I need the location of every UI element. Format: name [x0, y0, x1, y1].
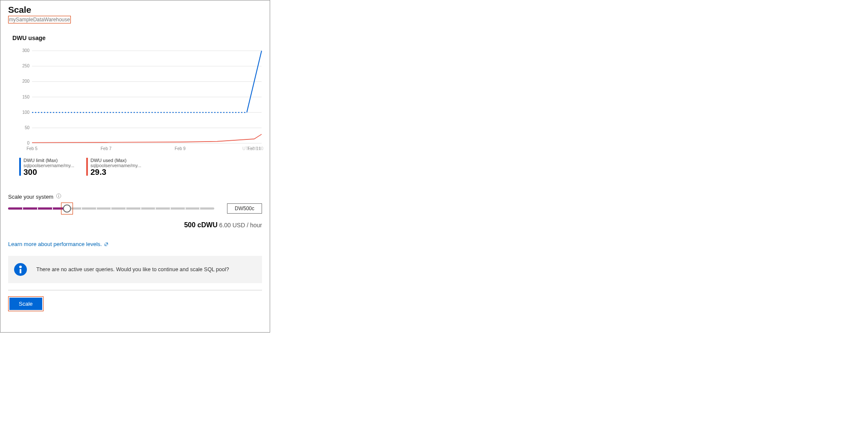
svg-text:250: 250	[22, 64, 29, 68]
learn-more-link[interactable]: Learn more about performance levels.	[8, 241, 108, 247]
legend-item-used: DWU used (Max) sqlpoolservername/my... 2…	[86, 158, 141, 177]
learn-more-text: Learn more about performance levels.	[8, 241, 102, 247]
svg-text:0: 0	[27, 141, 29, 145]
info-message: There are no active user queries. Would …	[36, 266, 229, 272]
cost-value: 500 cDWU	[184, 221, 217, 229]
divider	[8, 290, 262, 290]
svg-text:150: 150	[22, 95, 29, 99]
scale-section: Scale your system DW500c 500 cDWU 6.00 U…	[8, 193, 262, 229]
usage-heading: DWU usage	[12, 35, 262, 41]
svg-text:300: 300	[22, 48, 29, 53]
scale-button-highlight: Scale	[8, 296, 44, 311]
dwu-usage-chart: 050100150200250300Feb 5Feb 7Feb 9Feb 11U…	[17, 48, 259, 153]
info-icon[interactable]	[56, 193, 61, 200]
page-title: Scale	[8, 5, 262, 15]
svg-text:50: 50	[25, 125, 30, 130]
svg-text:200: 200	[22, 79, 29, 84]
legend-value: 300	[23, 168, 74, 177]
svg-point-20	[58, 194, 59, 195]
legend-color-bar-red	[86, 158, 88, 176]
svg-rect-21	[58, 196, 59, 197]
legend-title: DWU limit (Max)	[23, 158, 74, 163]
svg-text:Feb 9: Feb 9	[175, 146, 186, 151]
legend-value: 29.3	[90, 168, 141, 177]
scale-button[interactable]: Scale	[9, 298, 42, 310]
cost-row: 500 cDWU 6.00 USD / hour	[8, 221, 262, 229]
svg-text:100: 100	[22, 110, 29, 115]
external-link-icon	[104, 242, 108, 246]
svg-text:UTC-08:00: UTC-08:00	[242, 146, 263, 151]
scale-slider[interactable]	[8, 204, 214, 213]
info-icon	[14, 263, 27, 276]
info-bar: There are no active user queries. Would …	[8, 256, 262, 283]
legend-title: DWU used (Max)	[90, 158, 141, 163]
chart-legend: DWU limit (Max) sqlpoolservername/my... …	[19, 158, 262, 177]
legend-color-bar-blue	[19, 158, 21, 176]
scale-panel: Scale mySampleDataWarehouse DWU usage 05…	[0, 0, 270, 333]
chart-svg: 050100150200250300Feb 5Feb 7Feb 9Feb 11U…	[17, 48, 265, 153]
slider-thumb[interactable]	[63, 205, 71, 213]
scale-value: DW500c	[227, 203, 262, 214]
cost-unit: 6.00 USD / hour	[219, 222, 262, 229]
resource-name: mySampleDataWarehouse	[8, 16, 71, 23]
legend-item-limit: DWU limit (Max) sqlpoolservername/my... …	[19, 158, 74, 177]
svg-text:Feb 7: Feb 7	[101, 146, 112, 151]
svg-text:Feb 5: Feb 5	[26, 146, 38, 151]
scale-label: Scale your system	[8, 194, 53, 200]
